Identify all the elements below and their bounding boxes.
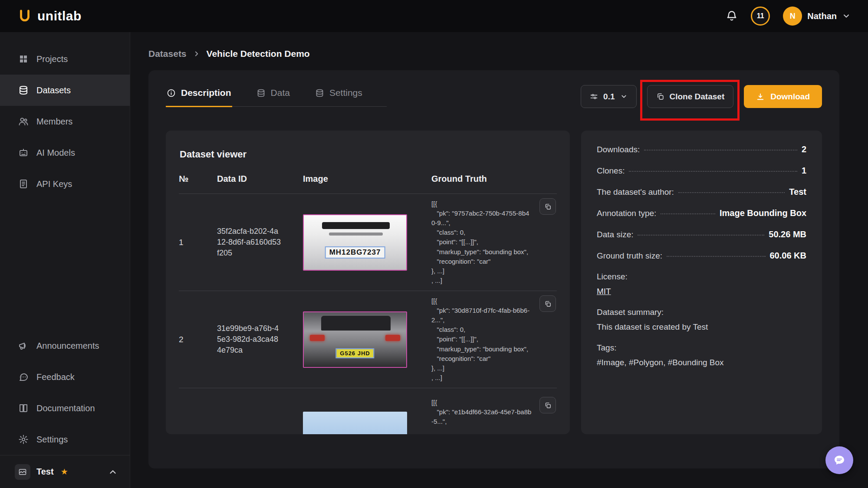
stat-value: 1 bbox=[802, 166, 806, 176]
car-trim-shape bbox=[329, 233, 383, 236]
user-name: Nathan bbox=[807, 11, 837, 21]
stat-tags: Tags: #Image, #Polygon, #Bounding Box bbox=[597, 343, 806, 367]
sample-image-thumbnail[interactable] bbox=[303, 412, 407, 434]
sliders-icon bbox=[590, 92, 598, 101]
ground-truth-json: [[{ "pk": "30d8710f-d7fc-4fab-b6b6-2..."… bbox=[431, 296, 554, 382]
tab-data[interactable]: Data bbox=[256, 85, 291, 107]
sidebar-spacer bbox=[0, 200, 130, 330]
stat-value: 60.06 KB bbox=[770, 251, 807, 261]
breadcrumb-datasets-link[interactable]: Datasets bbox=[148, 49, 187, 59]
chat-bubble-icon bbox=[833, 454, 846, 467]
notifications-bell-button[interactable] bbox=[726, 10, 738, 22]
sidebar-item-api-keys[interactable]: API Keys bbox=[0, 168, 130, 200]
stat-label: Data size: bbox=[597, 230, 633, 239]
stat-label: The dataset's author: bbox=[597, 187, 674, 197]
sample-image-thumbnail[interactable]: MH12BG7237 bbox=[303, 214, 407, 271]
stat-ground-truth-size: Ground truth size: 60.06 KB bbox=[597, 251, 806, 261]
notification-count-badge[interactable]: 11 bbox=[751, 7, 770, 26]
sidebar-secondary-nav: Announcements Feedback Documentation Set… bbox=[0, 330, 130, 455]
sidebar-item-label: Feedback bbox=[36, 372, 75, 382]
user-menu[interactable]: N Nathan bbox=[783, 7, 851, 26]
card-controls: 0.1 Clone Dataset Download bbox=[581, 85, 822, 108]
sidebar-item-label: Members bbox=[36, 117, 72, 127]
workspace-switcher[interactable]: Test ★ bbox=[0, 455, 130, 488]
sample-image-thumbnail[interactable]: G526 JHD bbox=[303, 311, 407, 368]
app-root: unitlab 11 N Nathan Projects Datasets bbox=[0, 0, 868, 488]
chevron-right-icon bbox=[193, 50, 201, 58]
topbar: unitlab 11 N Nathan bbox=[0, 0, 868, 32]
ground-truth-json: [[{ "pk": "9757abc2-750b-4755-8b40-9..."… bbox=[431, 199, 554, 285]
clone-button-label: Clone Dataset bbox=[670, 92, 725, 102]
table-header: № Data ID Image Ground Truth bbox=[179, 174, 557, 194]
stat-clones: Clones: 1 bbox=[597, 166, 806, 176]
sidebar-item-label: Settings bbox=[36, 435, 68, 445]
sidebar-item-ai-models[interactable]: AI Models bbox=[0, 137, 130, 168]
clone-dataset-button[interactable]: Clone Dataset bbox=[647, 85, 734, 108]
copy-icon bbox=[544, 402, 552, 409]
dataset-card: Description Data Settings 0.1 bbox=[148, 70, 839, 468]
main-content: Datasets Vehicle Detection Demo Descript… bbox=[130, 32, 868, 488]
version-selector[interactable]: 0.1 bbox=[581, 85, 636, 108]
row-data-id: 35f2acfa-b202-4a12-8d6f-a6160d53f205 bbox=[217, 226, 303, 259]
tab-label: Settings bbox=[329, 88, 362, 98]
row-image-cell bbox=[303, 398, 431, 434]
row-number: 1 bbox=[179, 238, 217, 247]
chevron-down-icon bbox=[842, 12, 851, 20]
unitlab-logo-icon bbox=[17, 9, 32, 23]
download-button[interactable]: Download bbox=[744, 85, 822, 108]
sidebar-item-members[interactable]: Members bbox=[0, 106, 130, 137]
dotted-leader bbox=[678, 192, 785, 193]
favorite-star-icon: ★ bbox=[61, 467, 68, 477]
chat-support-button[interactable] bbox=[825, 446, 853, 474]
sidebar-primary-nav: Projects Datasets Members AI Models API … bbox=[0, 32, 130, 200]
ground-truth-json: [[{ "pk": "e1b4df66-32a6-45e7-ba8b-5..."… bbox=[431, 398, 554, 426]
brand-logo[interactable]: unitlab bbox=[17, 9, 82, 23]
copy-ground-truth-button[interactable] bbox=[539, 198, 556, 215]
dotted-leader bbox=[629, 171, 797, 172]
taillight-shape bbox=[310, 335, 325, 341]
tab-label: Data bbox=[271, 88, 290, 98]
sidebar-item-label: Announcements bbox=[36, 341, 99, 351]
database-icon bbox=[18, 85, 29, 95]
summary-label: Dataset summary: bbox=[597, 308, 806, 317]
row-image-cell: G526 JHD bbox=[303, 311, 431, 368]
sidebar-item-feedback[interactable]: Feedback bbox=[0, 361, 130, 393]
bell-icon bbox=[726, 10, 738, 22]
ground-truth-cell: [[{ "pk": "30d8710f-d7fc-4fab-b6b6-2..."… bbox=[431, 296, 557, 382]
sidebar-item-datasets[interactable]: Datasets bbox=[0, 75, 130, 106]
gear-icon bbox=[18, 434, 29, 445]
sidebar: Projects Datasets Members AI Models API … bbox=[0, 32, 130, 488]
members-icon bbox=[18, 116, 29, 127]
row-number: 2 bbox=[179, 335, 217, 344]
sidebar-item-projects[interactable]: Projects bbox=[0, 43, 130, 75]
chevron-up-icon bbox=[108, 467, 118, 477]
ground-truth-cell: [[{ "pk": "e1b4df66-32a6-45e7-ba8b-5..."… bbox=[431, 398, 557, 426]
stat-value: Image Bounding Box bbox=[720, 208, 806, 218]
sidebar-item-announcements[interactable]: Announcements bbox=[0, 330, 130, 361]
stat-annotation-type: Annotation type: Image Bounding Box bbox=[597, 208, 806, 218]
license-link[interactable]: MIT bbox=[597, 287, 611, 296]
stat-downloads: Downloads: 2 bbox=[597, 144, 806, 154]
dataset-viewer-panel: Dataset viewer № Data ID Image Ground Tr… bbox=[166, 131, 570, 434]
feedback-icon bbox=[18, 372, 29, 382]
sidebar-item-label: Projects bbox=[36, 54, 68, 64]
sidebar-item-documentation[interactable]: Documentation bbox=[0, 393, 130, 424]
taillight-shape bbox=[385, 335, 400, 341]
tab-description[interactable]: Description bbox=[166, 85, 232, 107]
avatar: N bbox=[783, 7, 802, 26]
version-value: 0.1 bbox=[603, 92, 615, 102]
ground-truth-cell: [[{ "pk": "9757abc2-750b-4755-8b40-9..."… bbox=[431, 199, 557, 285]
row-image-cell: MH12BG7237 bbox=[303, 214, 431, 271]
tab-settings[interactable]: Settings bbox=[314, 85, 363, 107]
copy-icon bbox=[544, 203, 552, 210]
column-header-ground-truth: Ground Truth bbox=[431, 174, 557, 184]
car-window-shape bbox=[321, 316, 391, 331]
table-row: 2 31e99be9-a76b-45e3-982d-a3ca484e79ca G… bbox=[179, 291, 557, 388]
copy-ground-truth-button[interactable] bbox=[539, 295, 556, 312]
dataset-stats-panel: Downloads: 2 Clones: 1 The dataset's aut… bbox=[581, 131, 822, 434]
stat-summary: Dataset summary: This dataset is created… bbox=[597, 308, 806, 332]
sidebar-item-settings[interactable]: Settings bbox=[0, 424, 130, 455]
breadcrumb: Datasets Vehicle Detection Demo bbox=[148, 49, 839, 59]
license-plate: MH12BG7237 bbox=[326, 247, 385, 258]
copy-ground-truth-button[interactable] bbox=[539, 397, 556, 413]
